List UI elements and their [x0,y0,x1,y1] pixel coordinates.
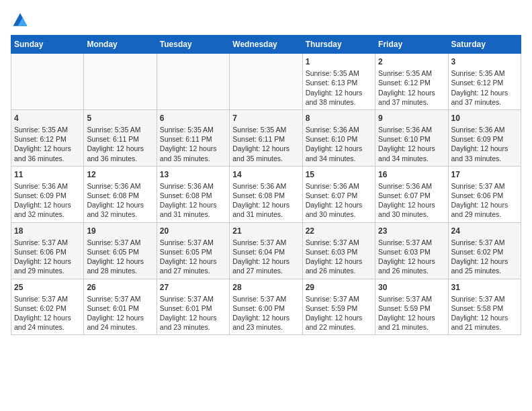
day-cell: 31Sunrise: 5:37 AM Sunset: 5:58 PM Dayli… [448,279,521,335]
week-row-2: 4Sunrise: 5:35 AM Sunset: 6:12 PM Daylig… [11,109,521,166]
day-info: Sunrise: 5:37 AM Sunset: 6:06 PM Dayligh… [14,238,81,276]
day-number: 18 [14,226,81,236]
page-header [11,11,521,30]
day-number: 15 [306,169,372,180]
day-cell [230,54,302,110]
day-cell: 15Sunrise: 5:36 AM Sunset: 6:07 PM Dayli… [302,166,375,222]
day-info: Sunrise: 5:37 AM Sunset: 5:59 PM Dayligh… [378,294,445,332]
day-info: Sunrise: 5:36 AM Sunset: 6:08 PM Dayligh… [160,181,226,220]
day-number: 19 [87,226,153,236]
day-cell: 19Sunrise: 5:37 AM Sunset: 6:05 PM Dayli… [84,222,157,279]
day-number: 12 [87,169,153,180]
day-number: 7 [232,113,299,124]
day-cell: 29Sunrise: 5:37 AM Sunset: 5:59 PM Dayli… [302,279,375,335]
logo-icon [11,11,30,30]
day-info: Sunrise: 5:36 AM Sunset: 6:08 PM Dayligh… [232,181,299,220]
week-row-3: 11Sunrise: 5:36 AM Sunset: 6:09 PM Dayli… [11,166,521,222]
header-saturday: Saturday [448,36,521,54]
day-number: 27 [160,282,226,293]
day-info: Sunrise: 5:37 AM Sunset: 6:06 PM Dayligh… [451,181,518,220]
day-cell: 28Sunrise: 5:37 AM Sunset: 6:00 PM Dayli… [230,279,302,335]
day-cell: 27Sunrise: 5:37 AM Sunset: 6:01 PM Dayli… [157,279,229,335]
day-number: 30 [378,282,445,293]
day-cell: 30Sunrise: 5:37 AM Sunset: 5:59 PM Dayli… [375,279,448,335]
header-friday: Friday [375,36,448,54]
header-wednesday: Wednesday [230,36,302,54]
day-cell: 9Sunrise: 5:36 AM Sunset: 6:10 PM Daylig… [375,109,448,166]
day-cell: 10Sunrise: 5:36 AM Sunset: 6:09 PM Dayli… [448,109,521,166]
day-cell: 26Sunrise: 5:37 AM Sunset: 6:01 PM Dayli… [84,279,157,335]
logo [11,11,31,30]
header-monday: Monday [84,36,157,54]
header-thursday: Thursday [302,36,375,54]
day-info: Sunrise: 5:37 AM Sunset: 6:03 PM Dayligh… [378,238,445,276]
day-cell: 25Sunrise: 5:37 AM Sunset: 6:02 PM Dayli… [11,279,84,335]
day-number: 9 [378,113,445,124]
day-number: 23 [378,226,445,236]
day-cell [11,54,84,110]
day-number: 1 [306,56,372,67]
day-info: Sunrise: 5:37 AM Sunset: 5:59 PM Dayligh… [306,294,372,332]
day-info: Sunrise: 5:35 AM Sunset: 6:11 PM Dayligh… [232,125,299,163]
day-info: Sunrise: 5:35 AM Sunset: 6:12 PM Dayligh… [451,68,518,107]
day-cell: 24Sunrise: 5:37 AM Sunset: 6:02 PM Dayli… [448,222,521,279]
day-info: Sunrise: 5:36 AM Sunset: 6:07 PM Dayligh… [378,181,445,220]
day-info: Sunrise: 5:35 AM Sunset: 6:11 PM Dayligh… [87,125,153,163]
day-number: 25 [14,282,81,293]
day-info: Sunrise: 5:35 AM Sunset: 6:13 PM Dayligh… [306,68,372,107]
day-cell: 7Sunrise: 5:35 AM Sunset: 6:11 PM Daylig… [230,109,302,166]
day-cell [84,54,157,110]
day-info: Sunrise: 5:36 AM Sunset: 6:08 PM Dayligh… [87,181,153,220]
day-cell: 3Sunrise: 5:35 AM Sunset: 6:12 PM Daylig… [448,54,521,110]
day-cell: 22Sunrise: 5:37 AM Sunset: 6:03 PM Dayli… [302,222,375,279]
day-cell: 23Sunrise: 5:37 AM Sunset: 6:03 PM Dayli… [375,222,448,279]
day-number: 21 [232,226,299,236]
day-info: Sunrise: 5:37 AM Sunset: 6:00 PM Dayligh… [232,294,299,332]
day-info: Sunrise: 5:37 AM Sunset: 6:05 PM Dayligh… [87,238,153,276]
day-number: 20 [160,226,226,236]
day-cell: 21Sunrise: 5:37 AM Sunset: 6:04 PM Dayli… [230,222,302,279]
day-cell: 4Sunrise: 5:35 AM Sunset: 6:12 PM Daylig… [11,109,84,166]
day-cell: 13Sunrise: 5:36 AM Sunset: 6:08 PM Dayli… [157,166,229,222]
day-number: 17 [451,169,518,180]
day-number: 24 [451,226,518,236]
day-info: Sunrise: 5:37 AM Sunset: 6:02 PM Dayligh… [14,294,81,332]
day-number: 10 [451,113,518,124]
day-info: Sunrise: 5:36 AM Sunset: 6:09 PM Dayligh… [451,125,518,163]
week-row-1: 1Sunrise: 5:35 AM Sunset: 6:13 PM Daylig… [11,54,521,110]
day-info: Sunrise: 5:36 AM Sunset: 6:10 PM Dayligh… [378,125,445,163]
day-number: 29 [306,282,372,293]
day-info: Sunrise: 5:37 AM Sunset: 6:01 PM Dayligh… [160,294,226,332]
day-number: 13 [160,169,226,180]
day-cell: 11Sunrise: 5:36 AM Sunset: 6:09 PM Dayli… [11,166,84,222]
day-cell: 18Sunrise: 5:37 AM Sunset: 6:06 PM Dayli… [11,222,84,279]
day-number: 22 [306,226,372,236]
week-row-4: 18Sunrise: 5:37 AM Sunset: 6:06 PM Dayli… [11,222,521,279]
day-info: Sunrise: 5:37 AM Sunset: 6:05 PM Dayligh… [160,238,226,276]
day-info: Sunrise: 5:36 AM Sunset: 6:09 PM Dayligh… [14,181,81,220]
day-number: 31 [451,282,518,293]
day-info: Sunrise: 5:37 AM Sunset: 6:01 PM Dayligh… [87,294,153,332]
day-info: Sunrise: 5:37 AM Sunset: 6:03 PM Dayligh… [306,238,372,276]
day-number: 14 [232,169,299,180]
header-sunday: Sunday [11,36,84,54]
day-cell: 14Sunrise: 5:36 AM Sunset: 6:08 PM Dayli… [230,166,302,222]
day-number: 26 [87,282,153,293]
week-row-5: 25Sunrise: 5:37 AM Sunset: 6:02 PM Dayli… [11,279,521,335]
day-cell: 6Sunrise: 5:35 AM Sunset: 6:11 PM Daylig… [157,109,229,166]
header-tuesday: Tuesday [157,36,229,54]
day-info: Sunrise: 5:37 AM Sunset: 6:04 PM Dayligh… [232,238,299,276]
day-number: 4 [14,113,81,124]
calendar-header-row: SundayMondayTuesdayWednesdayThursdayFrid… [11,36,521,54]
day-number: 16 [378,169,445,180]
day-number: 6 [160,113,226,124]
day-cell: 20Sunrise: 5:37 AM Sunset: 6:05 PM Dayli… [157,222,229,279]
day-info: Sunrise: 5:37 AM Sunset: 6:02 PM Dayligh… [451,238,518,276]
day-info: Sunrise: 5:37 AM Sunset: 5:58 PM Dayligh… [451,294,518,332]
day-info: Sunrise: 5:35 AM Sunset: 6:12 PM Dayligh… [14,125,81,163]
day-number: 11 [14,169,81,180]
day-info: Sunrise: 5:35 AM Sunset: 6:11 PM Dayligh… [160,125,226,163]
day-number: 2 [378,56,445,67]
day-number: 3 [451,56,518,67]
day-number: 8 [306,113,372,124]
